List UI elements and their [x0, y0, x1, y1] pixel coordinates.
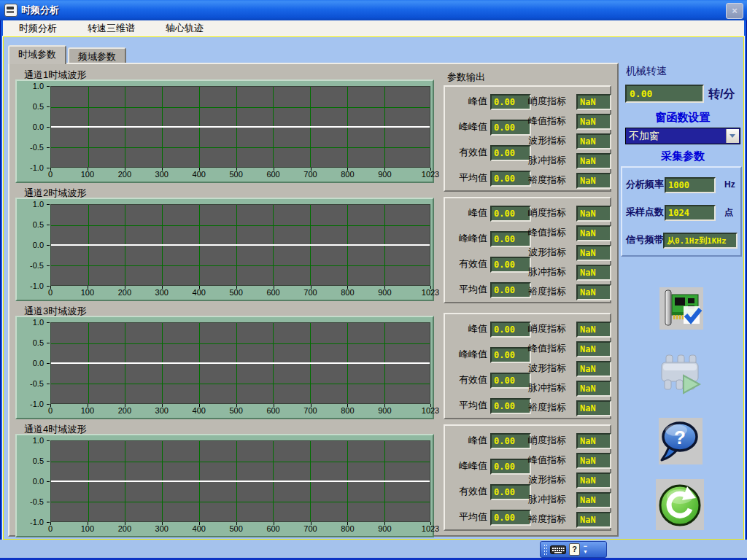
value-box-margin-indicator: NaN [576, 512, 611, 528]
tab-strip: 时域参数频域参数 [8, 45, 128, 63]
plot-area [50, 86, 430, 168]
acquisition-params-title: 采集参数 [625, 149, 740, 163]
y-axis-tick-label: 0.0 [17, 359, 44, 368]
window-function-dropdown[interactable]: 不加窗 [625, 128, 740, 144]
param-label-impulse-indicator: 脉冲指标 [528, 492, 575, 507]
param-label-impulse-indicator: 脉冲指标 [528, 265, 575, 279]
y-axis-tick-label: 1.0 [17, 318, 44, 327]
value-box-kurtosis-indicator: NaN [576, 322, 611, 338]
y-axis-tick-label: -0.5 [17, 379, 44, 388]
x-axis-tick-label: 900 [378, 406, 391, 415]
x-axis-tick-label: 100 [81, 170, 94, 179]
pci-card-check-icon [659, 287, 703, 330]
param-label-mean: 平均值 [445, 510, 487, 524]
device-run-button[interactable] [656, 349, 705, 397]
chevron-down-icon [729, 134, 735, 138]
plot-area [50, 440, 430, 522]
param-label-peak-indicator: 峰值指标 [528, 114, 575, 128]
value-box-peak-to-peak: 0.00 [490, 120, 531, 136]
menu-item-time-frequency-analysis[interactable]: 时频分析 [13, 20, 63, 36]
param-label-peak-indicator: 峰值指标 [528, 341, 575, 356]
signal-trace [51, 244, 430, 246]
value-box-rms: 0.00 [490, 257, 531, 273]
x-axis-tick-label: 500 [229, 524, 242, 533]
menu-item-speed-3d-spectrum[interactable]: 转速三维谱 [82, 20, 141, 36]
y-axis-tick-label: 0.5 [17, 456, 44, 465]
x-axis-tick-label: 500 [229, 406, 242, 415]
menu-bar: 时频分析转速三维谱轴心轨迹 [3, 20, 744, 36]
acq-label-sample-points: 采样点数 [626, 205, 664, 219]
plot-area [50, 322, 430, 404]
y-axis-tick-label: 0.5 [17, 338, 44, 347]
param-label-mean: 平均值 [445, 282, 487, 297]
y-axis-tick-label: 0.5 [17, 102, 44, 111]
acq-value-box-analysis-frequency[interactable]: 1000 [665, 177, 716, 193]
value-box-rms: 0.00 [490, 484, 531, 500]
value-box-peak-to-peak: 0.00 [490, 459, 531, 475]
value-box-mean: 0.00 [490, 398, 531, 414]
x-axis-tick-label: 1023 [422, 406, 439, 415]
restart-button[interactable] [656, 479, 704, 530]
param-label-peak-indicator: 峰值指标 [528, 225, 575, 240]
y-axis-tick-label: 1.0 [17, 436, 44, 445]
param-label-kurtosis-indicator: 峭度指标 [528, 206, 575, 220]
x-axis-tick-label: 600 [266, 288, 279, 297]
param-label-mean: 平均值 [445, 398, 487, 413]
tab-frequency-domain-params[interactable]: 频域参数 [68, 47, 126, 64]
value-box-peak: 0.00 [490, 433, 531, 449]
y-axis-tick-label: -1.0 [17, 400, 44, 408]
value-box-peak-indicator: NaN [576, 453, 611, 469]
tab-time-domain-params[interactable]: 时域参数 [8, 45, 66, 64]
x-axis-tick-label: 0 [48, 170, 53, 179]
chart-module-channel-2-waveform: 通道2时域波形1.00.50.0-0.5-1.00100200300400500… [15, 187, 434, 305]
signal-trace [51, 481, 430, 482]
window-title: 时频分析 [21, 4, 59, 17]
x-axis-tick-label: 200 [118, 170, 131, 179]
keyboard-icon[interactable] [550, 544, 566, 555]
charts-column: 通道1时域波形1.00.50.0-0.5-1.00100200300400500… [15, 69, 434, 541]
param-group-channel-2: 峰值0.00峰峰值0.00有效值0.00平均值0.00峭度指标NaN峰值指标Na… [444, 197, 611, 303]
minimize-icon[interactable]: − [584, 544, 587, 549]
param-label-waveform-indicator: 波形指标 [528, 361, 575, 376]
value-box-margin-indicator: NaN [576, 284, 611, 300]
menu-item-shaft-orbit[interactable]: 轴心轨迹 [160, 20, 209, 36]
help-glyph: ? [674, 427, 686, 448]
dropdown-arrow-button[interactable] [726, 129, 739, 143]
chart-title: 通道3时域波形 [24, 305, 434, 316]
param-label-peak-to-peak: 峰峰值 [445, 231, 487, 246]
language-bar-help-icon[interactable]: ? [569, 543, 580, 556]
window-function-selected: 不加窗 [629, 130, 659, 143]
value-box-mean: 0.00 [490, 510, 531, 526]
close-button[interactable]: × [726, 3, 743, 19]
x-axis-tick-label: 300 [155, 406, 169, 415]
param-label-impulse-indicator: 脉冲指标 [528, 381, 575, 395]
x-axis-tick-label: 900 [378, 170, 391, 179]
param-label-kurtosis-indicator: 峭度指标 [528, 322, 575, 336]
param-label-waveform-indicator: 波形指标 [528, 133, 575, 148]
expand-arrow-icon[interactable]: ▼ [583, 549, 588, 555]
value-box-peak-indicator: NaN [576, 225, 611, 241]
window-function-title: 窗函数设置 [625, 111, 740, 125]
hardware-check-button[interactable] [659, 287, 703, 330]
refresh-icon [656, 479, 704, 530]
drag-grip-icon[interactable] [543, 544, 547, 556]
language-bar[interactable]: ? − ▼ [540, 541, 607, 558]
machine-speed-unit: 转/分 [708, 87, 735, 102]
param-label-margin-indicator: 裕度指标 [528, 173, 575, 187]
machine-speed-label: 机械转速 [626, 65, 667, 78]
acq-value-box-sample-points[interactable]: 1024 [665, 205, 716, 221]
param-label-peak: 峰值 [445, 433, 487, 448]
help-button[interactable]: ? [659, 418, 703, 464]
x-axis-tick-label: 300 [155, 524, 169, 533]
param-label-rms: 有效值 [445, 257, 487, 271]
param-label-margin-indicator: 裕度指标 [528, 400, 575, 415]
param-label-margin-indicator: 裕度指标 [528, 284, 575, 299]
value-box-kurtosis-indicator: NaN [576, 206, 611, 222]
y-axis-tick-label: 0.0 [17, 477, 44, 486]
acq-value-box-signal-band[interactable]: 从0.1Hz到1KHz [663, 233, 738, 249]
x-axis-tick-label: 800 [341, 288, 354, 297]
help-bubble-icon: ? [659, 418, 703, 464]
value-box-kurtosis-indicator: NaN [576, 433, 611, 449]
signal-trace [51, 362, 430, 364]
y-axis-tick-label: 1.0 [17, 200, 44, 209]
